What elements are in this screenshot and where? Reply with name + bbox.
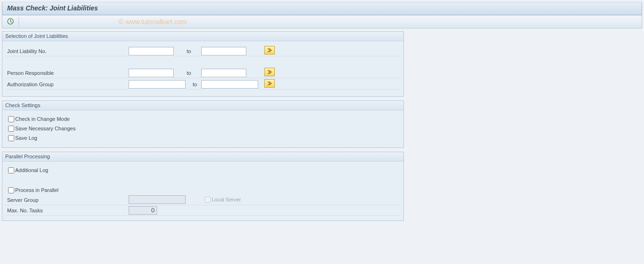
arrow-right-icon — [267, 69, 272, 76]
row-authorization-group: Authorization Group to — [5, 79, 401, 90]
page-title: Mass Check: Joint Liabilities — [7, 4, 637, 12]
group-parallel-processing: Parallel Processing Additional Log Proce… — [2, 152, 404, 221]
input-server-group — [129, 195, 186, 204]
svg-line-2 — [10, 21, 12, 22]
label-save-log: Save Log — [15, 135, 37, 141]
checkbox-save-log[interactable] — [8, 135, 14, 141]
row-server-group: Server Group Local Server — [5, 195, 401, 205]
row-max-tasks: Max. No. Tasks — [5, 205, 401, 216]
label-process-parallel: Process in Parallel — [15, 187, 58, 193]
row-joint-liability-no: Joint Liability No. to — [5, 46, 401, 56]
group-check-title: Check Settings — [2, 101, 403, 110]
checkbox-process-parallel[interactable] — [8, 187, 14, 193]
title-bar: Mass Check: Joint Liabilities — [2, 2, 642, 15]
multiple-selection-button-2[interactable] — [264, 68, 275, 76]
input-authorization-group-from[interactable] — [129, 80, 186, 89]
label-authorization-group: Authorization Group — [5, 80, 129, 90]
group-selection-title: Selection of Joint Liabilities — [2, 32, 403, 41]
group-parallel-title: Parallel Processing — [2, 152, 403, 162]
input-person-responsible-from[interactable] — [129, 69, 174, 77]
watermark-text: © www.tutorialkart.com — [119, 18, 187, 26]
label-local-server: Local Server — [212, 195, 241, 205]
label-check-change-mode: Check in Change Mode — [15, 116, 70, 122]
execute-icon — [7, 18, 14, 26]
toolbar: © www.tutorialkart.com — [2, 15, 642, 28]
label-person-responsible: Person Responsible — [5, 68, 129, 78]
toolbar-divider — [19, 17, 19, 27]
label-server-group: Server Group — [5, 195, 129, 205]
input-joint-liability-no-from[interactable] — [129, 47, 174, 55]
group-check-settings: Check Settings Check in Change Mode Save… — [2, 100, 404, 148]
label-max-tasks: Max. No. Tasks — [5, 206, 129, 216]
checkbox-local-server — [205, 197, 211, 203]
multiple-selection-button-1[interactable] — [264, 46, 275, 55]
label-to-3: to — [186, 80, 201, 90]
checkbox-save-necessary[interactable] — [8, 126, 14, 132]
row-person-responsible: Person Responsible to — [5, 68, 401, 78]
label-to-2: to — [174, 68, 201, 78]
label-joint-liability-no: Joint Liability No. — [5, 46, 129, 56]
execute-button[interactable] — [5, 17, 16, 27]
arrow-right-icon — [267, 47, 272, 54]
input-max-tasks — [129, 206, 157, 215]
label-additional-log: Additional Log — [15, 167, 48, 173]
checkbox-additional-log[interactable] — [8, 167, 14, 173]
label-save-necessary: Save Necessary Changes — [15, 126, 75, 131]
label-to-1: to — [174, 46, 201, 56]
input-authorization-group-to[interactable] — [201, 80, 258, 89]
arrow-right-icon — [267, 80, 272, 87]
input-joint-liability-no-to[interactable] — [201, 47, 246, 55]
input-person-responsible-to[interactable] — [201, 69, 246, 77]
group-selection: Selection of Joint Liabilities Joint Lia… — [2, 31, 404, 97]
multiple-selection-button-3[interactable] — [264, 79, 275, 88]
checkbox-check-change-mode[interactable] — [8, 116, 14, 122]
